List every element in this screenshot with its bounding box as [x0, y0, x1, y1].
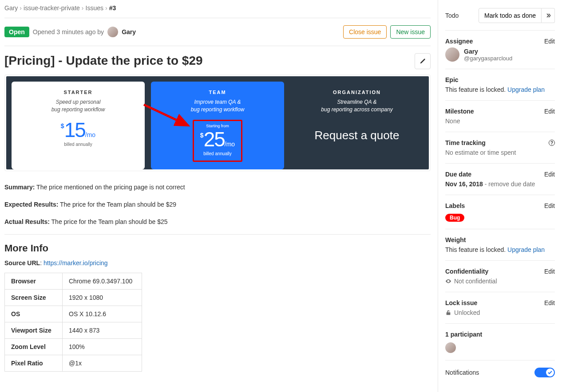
notifications-label: Notifications	[445, 369, 479, 376]
labels-title: Labels	[445, 202, 465, 209]
avatar[interactable]	[445, 47, 459, 62]
plan-desc-line: Speed up personal	[56, 99, 101, 105]
issue-description: Summary: The price mentioned on the pric…	[4, 171, 431, 228]
breadcrumb-current: #3	[109, 4, 116, 12]
upgrade-plan-link[interactable]: Upgrade plan	[507, 246, 545, 253]
help-icon[interactable]: ?	[549, 140, 555, 146]
table-key: Zoom Level	[5, 338, 63, 355]
table-row: Screen Size1920 x 1080	[5, 289, 142, 306]
price-value: 25	[204, 129, 225, 149]
table-key: OS	[5, 306, 63, 322]
plan-desc-line: bug reporting workflow	[51, 106, 105, 113]
table-row: OSOS X 10.12.6	[5, 306, 142, 322]
plan-starter-card: STARTER Speed up personalbug reporting w…	[12, 82, 145, 169]
breadcrumb-issues[interactable]: Issues	[86, 4, 103, 12]
remove-due-date-link[interactable]: - remove due date	[483, 180, 535, 188]
summary-text: The price mentioned on the pricing page …	[36, 184, 185, 191]
table-row: Zoom Level100%	[5, 338, 142, 355]
plan-name: TEAM	[157, 90, 278, 95]
edit-title-button[interactable]	[415, 53, 431, 69]
time-tracking-value: No estimate or time spent	[445, 149, 555, 156]
edit-milestone-link[interactable]: Edit	[544, 108, 555, 115]
plan-org-card: ORGANIZATION Streamline QA &bug reportin…	[290, 82, 423, 169]
time-tracking-title: Time tracking	[445, 139, 486, 146]
edit-labels-link[interactable]: Edit	[544, 202, 555, 209]
mark-todo-done-button[interactable]: Mark todo as done	[479, 8, 542, 23]
assignee-name[interactable]: Gary	[464, 48, 512, 55]
plan-name: ORGANIZATION	[297, 90, 417, 95]
price-value: 15	[64, 120, 85, 140]
new-issue-button[interactable]: New issue	[390, 25, 431, 39]
avatar[interactable]	[445, 342, 456, 353]
confidentiality-value: Not confidential	[454, 278, 497, 285]
expected-label: Expected Results:	[4, 201, 58, 208]
unlock-icon	[445, 310, 451, 316]
plan-desc-line: Improve team QA &	[194, 99, 241, 105]
milestone-value: None	[445, 118, 555, 125]
eye-icon	[445, 278, 451, 284]
lock-issue-title: Lock issue	[445, 299, 477, 306]
source-url-link[interactable]: https://marker.io/pricing	[44, 259, 108, 267]
plan-desc-line: Streamline QA &	[337, 99, 377, 105]
status-badge: Open	[4, 27, 29, 37]
breadcrumb-project[interactable]: issue-tracker-private	[24, 4, 80, 12]
breadcrumb-user[interactable]: Gary	[4, 4, 18, 12]
divider	[4, 234, 431, 235]
issue-header: Open Opened 3 minutes ago by Gary Close …	[4, 18, 431, 46]
actual-label: Actual Results:	[4, 218, 50, 225]
currency-symbol: $	[200, 132, 204, 139]
price-caption: billed annually	[18, 142, 139, 147]
more-info-heading: More Info	[4, 243, 431, 254]
confidentiality-title: Confidentiality	[445, 268, 488, 275]
epic-title: Epic	[445, 76, 459, 83]
due-date-value: Nov 16, 2018	[445, 180, 483, 188]
edit-lock-link[interactable]: Edit	[544, 299, 555, 306]
plan-team-card: TEAM Improve team QA &bug reporting work…	[151, 82, 284, 169]
table-key: Viewport Size	[5, 322, 63, 338]
table-row: BrowserChrome 69.0.3497.100	[5, 273, 142, 289]
notifications-toggle[interactable]	[534, 368, 555, 377]
lock-value: Unlocked	[454, 309, 480, 316]
table-value: @1x	[63, 355, 142, 371]
table-value: 100%	[63, 338, 142, 355]
weight-title: Weight	[445, 236, 466, 243]
summary-label: Summary:	[4, 184, 35, 191]
todo-label: Todo	[445, 12, 459, 19]
author-name[interactable]: Gary	[122, 28, 136, 35]
actual-text: The price for the Team plan should be $2…	[51, 218, 168, 225]
edit-due-date-link[interactable]: Edit	[544, 171, 555, 178]
price-period: /mo	[225, 141, 235, 148]
due-date-title: Due date	[445, 171, 471, 178]
source-url-label: Source URL	[4, 259, 40, 267]
highlighted-price-box: Starting from $ 25 /mo billed annually	[193, 120, 242, 162]
epic-locked-text: This feature is locked.	[445, 86, 506, 93]
weight-locked-text: This feature is locked.	[445, 246, 506, 253]
edit-confidentiality-link[interactable]: Edit	[544, 268, 555, 275]
plan-desc-line: bug reporting across company	[321, 106, 392, 113]
plan-desc-line: bug reporting workflow	[191, 106, 245, 113]
chevron-right-icon: ›	[20, 4, 22, 12]
upgrade-plan-link[interactable]: Upgrade plan	[507, 86, 545, 93]
pencil-icon	[420, 58, 426, 64]
issue-title: [Pricing] - Update the price to $29	[4, 53, 203, 68]
table-value: 1920 x 1080	[63, 289, 142, 306]
table-key: Browser	[5, 273, 63, 289]
expected-text: The price for the Team plan should be $2…	[60, 201, 176, 208]
table-value: 1440 x 873	[63, 322, 142, 338]
currency-symbol: $	[61, 122, 64, 129]
check-icon	[548, 370, 552, 375]
breadcrumb: Gary › issue-tracker-private › Issues › …	[4, 4, 431, 18]
chevron-right-icon: ›	[105, 4, 107, 12]
issue-screenshot: STARTER Speed up personalbug reporting w…	[4, 74, 431, 171]
opened-text: Opened 3 minutes ago by	[33, 28, 104, 35]
milestone-title: Milestone	[445, 108, 474, 115]
edit-assignee-link[interactable]: Edit	[544, 38, 555, 45]
close-issue-button[interactable]: Close issue	[343, 25, 387, 39]
avatar[interactable]	[107, 27, 118, 37]
collapse-sidebar-button[interactable]	[542, 8, 555, 23]
table-value: OS X 10.12.6	[63, 306, 142, 322]
table-key: Pixel Ratio	[5, 355, 63, 371]
table-key: Screen Size	[5, 289, 63, 306]
chevron-right-icon	[546, 13, 550, 18]
label-bug[interactable]: Bug	[445, 214, 464, 222]
